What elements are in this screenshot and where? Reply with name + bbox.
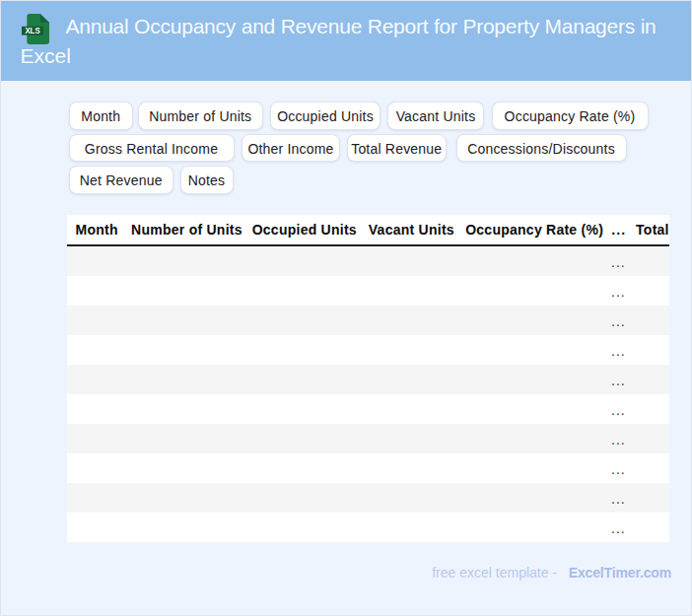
svg-text:XLS: XLS [25, 26, 39, 35]
